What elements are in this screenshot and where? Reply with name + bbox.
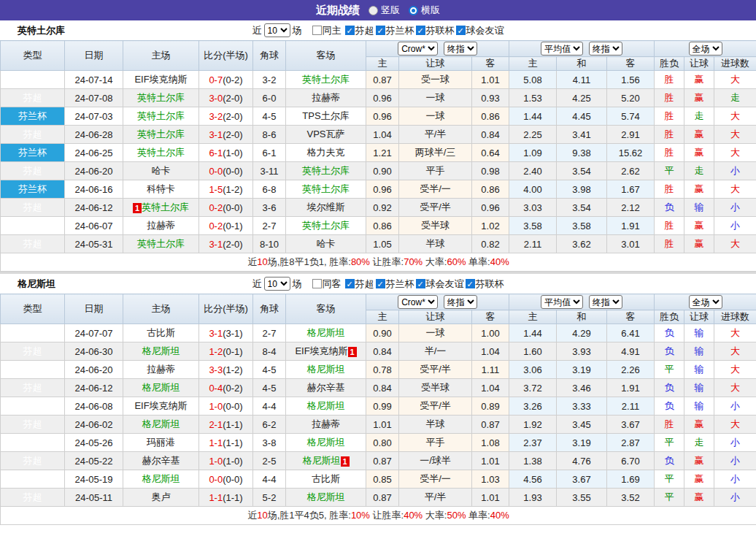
- corners-cell: 4-5: [253, 107, 286, 126]
- avg-home-cell: 1.93: [509, 489, 557, 507]
- layout-radio-horizontal[interactable]: 横版: [409, 4, 440, 17]
- avg-draw-cell: 3.54: [557, 199, 607, 217]
- odds-select-cell: Crow* 终指: [366, 41, 509, 57]
- team-name-heading: 英特土尔库: [18, 24, 65, 37]
- competition-badge: 芬超: [1, 217, 65, 235]
- fulltime-score: 0-0: [209, 474, 223, 485]
- table-row: 芬超 24-05-31 英特土尔库 3-1(2-0) 8-10 哈卡 1.05 …: [1, 235, 756, 253]
- date-cell: 24-05-19: [65, 470, 123, 489]
- avg-draw-cell: 3.55: [557, 489, 607, 507]
- home-team-cell: EIF埃克纳斯: [123, 397, 199, 416]
- avg-draw-cell: 4.25: [557, 89, 607, 107]
- corners-cell: 2-5: [253, 452, 286, 470]
- fulltime-score: 1-0: [209, 456, 223, 467]
- fulltime-score: 0-0: [209, 166, 223, 177]
- competition-checkbox[interactable]: ✓芬超: [345, 277, 374, 291]
- result-goals-cell: 小: [714, 489, 756, 507]
- odds-handicap-header: 让球: [399, 57, 472, 71]
- col-score-header: 比分(半场): [199, 41, 253, 71]
- home-team-cell: 格尼斯坦: [123, 342, 199, 361]
- avg-time-select[interactable]: 终指: [589, 42, 622, 55]
- checkbox-checked-icon: ✓: [416, 279, 425, 288]
- result-handicap-cell: 赢: [684, 217, 714, 235]
- odds-home-cell: 0.87: [366, 489, 399, 507]
- summary-stat-value: 60%: [447, 256, 466, 267]
- competition-checkbox[interactable]: ✓球会友谊: [416, 277, 464, 291]
- away-team-cell: 格尼斯坦: [286, 489, 366, 507]
- fulltime-score: 1-1: [209, 437, 223, 448]
- competition-checkbox[interactable]: ✓芬超: [345, 24, 374, 37]
- halftime-score: (1-0): [223, 148, 242, 158]
- halftime-score: (1-1): [223, 437, 242, 448]
- checkbox-unchecked-icon: [312, 26, 322, 35]
- competition-checkbox[interactable]: ✓芬联杯: [416, 24, 455, 37]
- team-name: EIF埃克纳斯: [134, 400, 187, 411]
- col-type-header: 类型: [1, 294, 65, 324]
- odds-handicap-cell: 一球: [399, 89, 472, 107]
- competition-checkbox[interactable]: ✓芬兰杯: [376, 277, 414, 291]
- odds-time-select[interactable]: 终指: [444, 295, 477, 309]
- fulltime-score: 3-1: [209, 239, 223, 250]
- score-cell: 0-2(0-0): [199, 199, 253, 217]
- competition-checkbox[interactable]: ✓球会友谊: [456, 24, 504, 37]
- games-count-select[interactable]: 10: [264, 23, 290, 37]
- odds-time-select[interactable]: 终指: [444, 42, 477, 55]
- halftime-score: (0-2): [223, 74, 242, 85]
- odds-home-cell: 0.86: [366, 217, 399, 235]
- same-venue-checkbox[interactable]: 同主: [312, 24, 342, 37]
- score-cell: 3-0(2-0): [199, 89, 253, 107]
- layout-radio-vertical[interactable]: 竖版: [369, 4, 400, 17]
- checkbox-checked-icon: ✓: [345, 279, 355, 288]
- odds-home-cell: 0.85: [366, 470, 399, 489]
- table-row: 芬超 24-05-22 赫尔辛基 1-0(1-0) 2-5 格尼斯坦1 0.87…: [1, 452, 756, 470]
- date-cell: 24-06-16: [65, 180, 123, 199]
- odds-away-cell: 1.00: [472, 324, 509, 342]
- odds-handicap-cell: 半/一: [399, 342, 472, 361]
- avg-type-select[interactable]: 平均值: [541, 295, 583, 309]
- avg-draw-cell: 4.29: [557, 324, 607, 342]
- date-cell: 24-05-11: [65, 489, 123, 507]
- games-count-select[interactable]: 10: [264, 277, 290, 291]
- result-handicap-cell: 走: [684, 434, 714, 452]
- result-handicap-cell: 赢: [684, 180, 714, 199]
- team-name: 古比斯: [147, 327, 175, 338]
- same-venue-checkbox[interactable]: 同客: [312, 277, 342, 291]
- checkbox-label: 同主: [323, 24, 342, 37]
- home-team-cell: 赫尔辛基: [123, 452, 199, 470]
- avg-away-cell: 2.87: [607, 434, 655, 452]
- odds-company-select[interactable]: Crow*: [398, 295, 438, 309]
- competition-checkbox[interactable]: ✓芬兰杯: [376, 24, 414, 37]
- avg-away-cell: 3.67: [607, 416, 655, 434]
- team-name: 古比斯: [312, 473, 340, 484]
- avg-away-cell: 2.62: [607, 162, 655, 180]
- result-winloss-cell: 胜: [655, 126, 684, 144]
- away-team-cell: 英特土尔库: [286, 71, 366, 89]
- odds-handicap-cell: 两球半/三: [399, 144, 472, 162]
- team-name: 英特土尔库: [137, 110, 185, 121]
- away-team-cell: 古比斯: [286, 470, 366, 489]
- result-scope-select[interactable]: 全场: [689, 42, 722, 55]
- avg-type-select[interactable]: 平均值: [541, 42, 583, 55]
- halftime-score: (0-1): [223, 346, 242, 357]
- odds-away-cell: 0.89: [472, 397, 509, 416]
- team-name: VPS瓦萨: [306, 129, 344, 139]
- result-winloss-cell: 胜: [655, 235, 684, 253]
- result-handicap-cell: 赢: [684, 416, 714, 434]
- odds-home-cell: 0.96: [366, 107, 399, 126]
- date-cell: 24-06-02: [65, 416, 123, 434]
- date-cell: 24-06-20: [65, 361, 123, 379]
- corners-cell: 4-4: [253, 397, 286, 416]
- corners-cell: 3-11: [253, 162, 286, 180]
- competition-checkbox[interactable]: ✓芬联杯: [466, 277, 504, 291]
- note-badge: 1: [133, 203, 142, 213]
- odds-company-select[interactable]: Crow*: [398, 42, 438, 55]
- result-scope-select[interactable]: 全场: [689, 295, 722, 309]
- odds-away-cell: 1.04: [472, 379, 509, 397]
- result-winloss-cell: 平: [655, 434, 684, 452]
- odds-handicap-cell: 一/球半: [399, 452, 472, 470]
- avg-home-cell: 1.38: [509, 452, 557, 470]
- date-cell: 24-07-08: [65, 89, 123, 107]
- avg-time-select[interactable]: 终指: [589, 295, 622, 309]
- result-winloss-cell: 胜: [655, 217, 684, 235]
- result-winloss-cell: 胜: [655, 144, 684, 162]
